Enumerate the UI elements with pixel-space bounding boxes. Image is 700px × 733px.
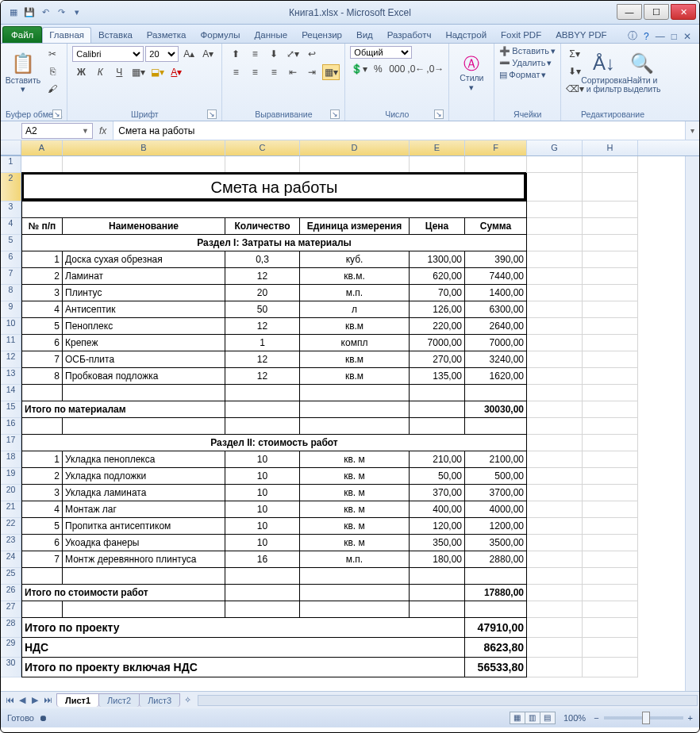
border-icon[interactable]: ▦▾ [129, 64, 147, 80]
tab-file[interactable]: Файл [2, 26, 42, 43]
cell[interactable] [527, 638, 583, 658]
indent-inc-icon[interactable]: ⇥ [303, 64, 321, 80]
align-center-icon[interactable]: ≡ [246, 64, 263, 80]
tab-developer[interactable]: Разработч [380, 27, 439, 43]
cell[interactable]: кв.м [300, 368, 410, 385]
cell[interactable] [527, 501, 583, 518]
cell[interactable] [410, 401, 465, 418]
merge-icon[interactable]: ▦▾ [322, 64, 340, 80]
cell[interactable] [21, 568, 63, 585]
cell[interactable] [583, 618, 638, 638]
row-header[interactable]: 12 [1, 351, 21, 368]
cell[interactable] [583, 568, 638, 585]
cell[interactable]: 6 [21, 335, 63, 351]
insert-cells-button[interactable]: ➕Вставить ▾ [499, 46, 556, 56]
cell[interactable]: Сумма [465, 218, 527, 235]
cell[interactable]: 12 [225, 268, 300, 285]
cell[interactable]: Раздел I: Затраты на материалы [21, 235, 527, 251]
format-cells-button[interactable]: ▤Формат ▾ [499, 70, 546, 80]
cell[interactable]: 270,00 [410, 351, 465, 368]
cell[interactable] [527, 568, 583, 585]
cell[interactable]: кв.м [300, 351, 410, 368]
cell[interactable] [21, 418, 63, 435]
cell[interactable]: 10 [225, 501, 300, 518]
cell[interactable]: 120,00 [410, 518, 465, 535]
name-box[interactable]: A2▼ [21, 123, 93, 139]
cell[interactable]: 1200,00 [465, 518, 527, 535]
sheet-nav-last-icon[interactable]: ⏭ [42, 695, 53, 705]
row-header[interactable]: 25 [1, 568, 21, 585]
cell[interactable]: 7 [21, 551, 63, 568]
cell[interactable]: Укладка подложки [63, 468, 225, 485]
shrink-font-icon[interactable]: A▾ [199, 46, 217, 62]
cell[interactable]: 135,00 [410, 368, 465, 385]
cell[interactable] [465, 418, 527, 435]
number-format-select[interactable]: Общий [350, 46, 412, 59]
cell[interactable]: компл [300, 335, 410, 351]
row-header[interactable]: 2 [1, 173, 21, 201]
cell[interactable] [583, 218, 638, 235]
cell[interactable] [583, 418, 638, 435]
row-header[interactable]: 11 [1, 335, 21, 351]
cell[interactable]: 20 [225, 285, 300, 301]
cell[interactable] [527, 318, 583, 335]
row-header[interactable]: 21 [1, 501, 21, 518]
cell[interactable]: 10 [225, 485, 300, 501]
cell[interactable] [300, 418, 410, 435]
cell[interactable]: 70,00 [410, 285, 465, 301]
cell[interactable]: Цена [410, 218, 465, 235]
cell[interactable]: 1 [225, 335, 300, 351]
cell[interactable] [527, 418, 583, 435]
font-dialog-icon[interactable]: ↘ [207, 109, 217, 119]
cell[interactable] [410, 418, 465, 435]
cell[interactable] [527, 468, 583, 485]
tab-home[interactable]: Главная [42, 27, 91, 43]
cell[interactable] [527, 618, 583, 638]
cell[interactable]: Наименование [63, 218, 225, 235]
cell[interactable] [583, 451, 638, 468]
font-color-icon[interactable]: A▾ [167, 64, 185, 80]
cell[interactable] [527, 585, 583, 601]
cell[interactable]: 126,00 [410, 301, 465, 318]
cell[interactable]: 1300,00 [410, 251, 465, 268]
sheet-tab-3[interactable]: Лист3 [139, 693, 180, 707]
align-bottom-icon[interactable]: ⬇ [265, 46, 283, 62]
cell[interactable]: 220,00 [410, 318, 465, 335]
tab-view[interactable]: Вид [349, 27, 380, 43]
cell[interactable]: м.п. [300, 551, 410, 568]
row-header[interactable]: 29 [1, 638, 21, 658]
maximize-button[interactable]: ☐ [644, 4, 669, 20]
tab-foxit[interactable]: Foxit PDF [494, 27, 548, 43]
view-layout-icon[interactable]: ▥ [525, 712, 540, 724]
row-header[interactable]: 27 [1, 601, 21, 618]
col-header-A[interactable]: A [21, 140, 63, 155]
cell[interactable]: 12 [225, 351, 300, 368]
sheet-nav-prev-icon[interactable]: ◀ [17, 695, 28, 705]
row-header[interactable]: 24 [1, 551, 21, 568]
number-dialog-icon[interactable]: ↘ [434, 109, 444, 119]
cell[interactable] [410, 585, 465, 601]
cell[interactable] [21, 601, 63, 618]
comma-icon[interactable]: 000 [388, 61, 406, 77]
doc-restore-icon[interactable]: □ [671, 31, 677, 42]
grow-font-icon[interactable]: A▴ [180, 46, 198, 62]
cell[interactable] [527, 235, 583, 251]
undo-icon[interactable]: ↶ [39, 6, 52, 19]
copy-icon[interactable]: ⎘ [44, 63, 61, 79]
tab-insert[interactable]: Вставка [91, 27, 140, 43]
cell[interactable] [300, 568, 410, 585]
cell[interactable] [583, 501, 638, 518]
orientation-icon[interactable]: ⤢▾ [284, 46, 302, 62]
cell[interactable]: 7000,00 [410, 335, 465, 351]
row-header[interactable]: 16 [1, 418, 21, 435]
cell[interactable]: 10 [225, 468, 300, 485]
cell[interactable]: 10 [225, 451, 300, 468]
cell[interactable]: 2880,00 [465, 551, 527, 568]
cell[interactable]: 7000,00 [465, 335, 527, 351]
align-right-icon[interactable]: ≡ [265, 64, 283, 80]
cell[interactable] [583, 201, 638, 218]
cell[interactable] [21, 156, 63, 173]
cell[interactable]: л [300, 301, 410, 318]
row-header[interactable]: 7 [1, 268, 21, 285]
cell[interactable]: 1 [21, 251, 63, 268]
